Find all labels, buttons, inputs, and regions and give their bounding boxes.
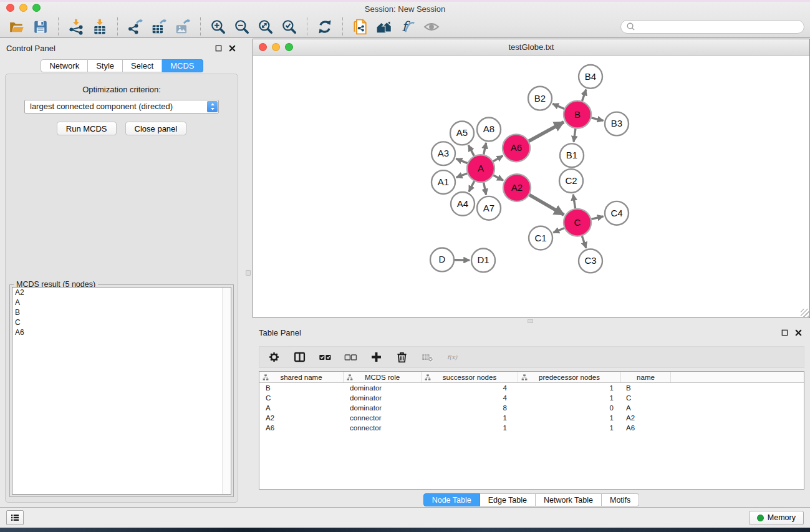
run-mcds-button[interactable]: Run MCDS [57,122,117,135]
graph-edge-A2-C[interactable] [529,195,564,215]
mcds-result-item[interactable]: C [12,317,231,327]
graph-node-C1[interactable]: C1 [529,226,552,250]
show-hide-button[interactable] [420,17,443,36]
graph-edge-A-A5[interactable] [468,145,474,156]
cell-shared-name[interactable]: A6 [259,424,344,432]
graph-edge-B-B3[interactable] [591,118,603,121]
export-network-button[interactable] [123,17,147,36]
column-header-predecessor-nodes[interactable]: predecessor nodes [518,372,621,382]
tab-motifs[interactable]: Motifs [602,493,639,506]
network-close-button[interactable] [259,43,267,51]
graph-node-A4[interactable]: A4 [451,192,475,216]
column-header-name[interactable]: name [621,372,671,382]
graph-edge-A-A3[interactable] [456,158,467,163]
graph-edge-B-B1[interactable] [574,128,576,142]
cell-shared-name[interactable]: B [259,384,344,392]
zoom-out-button[interactable] [230,17,254,36]
import-network-button[interactable] [64,17,88,36]
graph-edge-B-B2[interactable] [552,104,564,109]
task-history-button[interactable] [6,510,24,525]
zoom-in-button[interactable] [206,17,230,36]
cell-predecessor-nodes[interactable]: 1 [518,394,621,402]
graph-node-C[interactable]: C [564,209,591,236]
tab-edge-table[interactable]: Edge Table [480,493,536,506]
close-panel-button[interactable]: Close panel [125,122,187,135]
graph-edge-A-A6[interactable] [493,156,503,162]
cell-mcds-role[interactable]: connector [344,414,422,422]
criterion-select[interactable]: largest connected component (directed) [24,100,219,114]
memory-button[interactable]: Memory [749,511,804,525]
column-header-mcds-role[interactable]: MCDS role [344,372,422,382]
graph-node-C2[interactable]: C2 [559,169,583,193]
cell-shared-name[interactable]: A2 [259,414,344,422]
zoom-fit-button[interactable] [254,17,277,36]
graph-node-B3[interactable]: B3 [605,112,629,136]
graph-edge-A-A4[interactable] [469,181,475,192]
network-canvas[interactable]: AA1A2A3A4A5A6A7A8BB1B2B3B4CC1C2C3C4DD1 [253,56,809,317]
cell-predecessor-nodes[interactable]: 0 [518,404,621,412]
column-header-successor-nodes[interactable]: successor nodes [422,372,518,382]
cell-name[interactable]: A2 [621,414,671,422]
table-row[interactable]: Bdominator41B [259,383,804,393]
graph-node-C4[interactable]: C4 [605,201,629,225]
cell-shared-name[interactable]: C [259,394,344,402]
close-panel-icon[interactable] [228,44,236,52]
graph-node-A5[interactable]: A5 [450,122,474,145]
tab-node-table[interactable]: Node Table [423,493,480,506]
zoom-window-button[interactable] [32,4,41,12]
graph-node-A6[interactable]: A6 [503,134,530,162]
save-session-button[interactable] [29,17,52,36]
graph-node-A7[interactable]: A7 [477,196,501,220]
table-row[interactable]: Cdominator41C [259,393,804,403]
function-builder-button[interactable]: f(x) [446,351,460,364]
graph-node-A1[interactable]: A1 [432,170,455,194]
graph-edge-A-A2[interactable] [493,175,503,180]
graph-node-B[interactable]: B [564,101,591,128]
import-table-button[interactable] [88,17,112,36]
network-zoom-button[interactable] [285,43,293,51]
splitter-grip[interactable] [528,319,533,323]
cell-successor-nodes[interactable]: 4 [422,394,518,402]
graph-edge-A-A7[interactable] [484,183,486,195]
table-row[interactable]: A2connector11A2 [259,413,804,423]
graph-node-A[interactable]: A [467,155,494,182]
cell-predecessor-nodes[interactable]: 1 [518,384,621,392]
cell-successor-nodes[interactable]: 8 [422,404,518,412]
vertical-splitter[interactable] [244,39,253,507]
cell-mcds-role[interactable]: dominator [344,394,422,402]
cell-successor-nodes[interactable]: 4 [422,384,518,392]
table-row[interactable]: A6connector11A6 [259,423,804,433]
graph-node-A8[interactable]: A8 [477,118,501,142]
table-row[interactable]: Adominator80A [259,403,804,413]
graph-edge-C-C2[interactable] [573,195,575,208]
cell-predecessor-nodes[interactable]: 1 [518,414,621,422]
graph-node-A2[interactable]: A2 [503,174,531,201]
tab-select[interactable]: Select [123,59,162,72]
cell-mcds-role[interactable]: connector [344,424,422,432]
cell-mcds-role[interactable]: dominator [344,404,422,412]
graph-node-B2[interactable]: B2 [528,87,552,110]
export-image-button[interactable] [171,17,195,36]
graph-edge-C-C1[interactable] [553,228,564,233]
open-session-button[interactable] [5,17,29,36]
cell-successor-nodes[interactable]: 1 [422,424,518,432]
table-settings-button[interactable] [268,351,281,364]
network-minimize-button[interactable] [272,43,280,51]
select-all-columns-button[interactable] [319,351,332,364]
home-button[interactable] [372,17,396,36]
mcds-result-item[interactable]: A [12,297,231,307]
window-resize-grip[interactable] [801,309,809,317]
delete-columns-button[interactable] [395,351,408,364]
zoom-selected-button[interactable] [277,17,301,36]
refresh-network-button[interactable] [313,17,337,36]
cell-name[interactable]: A [621,404,671,412]
cell-mcds-role[interactable]: dominator [344,384,422,392]
graph-node-C3[interactable]: C3 [579,249,602,273]
graph-edge-B-B4[interactable] [582,90,586,101]
mcds-result-item[interactable]: A2 [12,288,231,297]
graph-edge-C-C4[interactable] [591,216,603,220]
graph-edge-A-A1[interactable] [456,173,468,177]
graph-edge-C-C3[interactable] [582,236,586,248]
cell-name[interactable]: B [621,384,671,392]
mcds-result-item[interactable]: B [12,307,231,317]
